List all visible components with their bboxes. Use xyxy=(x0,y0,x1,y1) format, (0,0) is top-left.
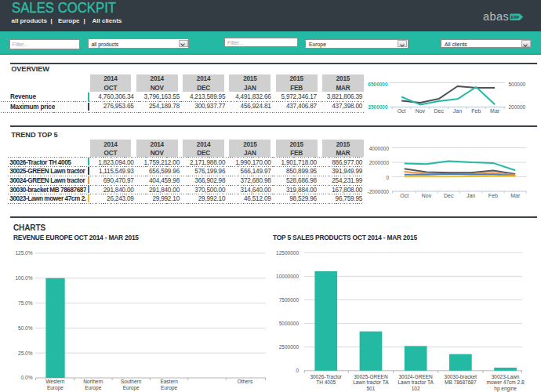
svg-text:mower 47cm 2.8: mower 47cm 2.8 xyxy=(487,379,525,385)
svg-text:2000000: 2000000 xyxy=(369,160,390,165)
svg-text:50.0%: 50.0% xyxy=(18,325,33,331)
svg-text:Jan: Jan xyxy=(453,108,462,114)
svg-text:3500000: 3500000 xyxy=(368,104,388,110)
svg-text:Mar: Mar xyxy=(490,108,500,114)
svg-text:102: 102 xyxy=(412,386,420,391)
svg-text:Nov: Nov xyxy=(422,193,432,198)
svg-text:Northern: Northern xyxy=(83,379,103,384)
svg-text:0: 0 xyxy=(386,175,389,180)
svg-text:-2000000: -2000000 xyxy=(368,189,390,194)
svg-text:Oct: Oct xyxy=(400,193,408,198)
svg-text:Feb: Feb xyxy=(488,193,498,198)
svg-text:10000000: 10000000 xyxy=(276,274,299,279)
svg-text:ERP: ERP xyxy=(510,15,519,20)
svg-text:Dec: Dec xyxy=(444,193,454,198)
svg-text:30030-bracket: 30030-bracket xyxy=(445,374,477,379)
svg-text:30024-GREEN: 30024-GREEN xyxy=(398,374,433,379)
svg-text:12500000: 12500000 xyxy=(276,250,299,256)
svg-text:hp engine: hp engine xyxy=(494,386,517,392)
svg-text:5000000: 5000000 xyxy=(279,321,300,326)
svg-text:500000: 500000 xyxy=(509,82,526,87)
svg-text:2500000: 2500000 xyxy=(279,344,300,350)
svg-text:501: 501 xyxy=(366,386,375,391)
svg-text:7500000: 7500000 xyxy=(279,297,300,303)
svg-text:MB 78687687: MB 78687687 xyxy=(445,379,477,385)
svg-text:Jan: Jan xyxy=(467,193,475,198)
svg-text:Dec: Dec xyxy=(434,108,444,114)
svg-text:Europe: Europe xyxy=(123,385,140,391)
svg-text:TH 4005: TH 4005 xyxy=(316,379,336,385)
svg-text:Europe: Europe xyxy=(47,385,64,391)
svg-text:0: 0 xyxy=(296,368,299,373)
svg-text:30023-Lawn: 30023-Lawn xyxy=(492,374,520,379)
svg-text:125.0%: 125.0% xyxy=(15,250,32,256)
svg-text:Eastern: Eastern xyxy=(160,379,178,384)
svg-text:75.0%: 75.0% xyxy=(18,300,33,306)
svg-text:Southern: Southern xyxy=(121,379,142,384)
svg-text:30026-Tractor: 30026-Tractor xyxy=(310,374,342,379)
svg-text:4000000: 4000000 xyxy=(369,146,390,151)
svg-text:Lawn tractor TA: Lawn tractor TA xyxy=(353,379,389,385)
svg-text:Nov: Nov xyxy=(416,108,426,114)
svg-text:Europe: Europe xyxy=(161,385,177,391)
svg-text:6500000: 6500000 xyxy=(368,82,388,87)
svg-text:0.0%: 0.0% xyxy=(21,375,33,380)
svg-text:200000: 200000 xyxy=(509,104,526,110)
svg-text:100.0%: 100.0% xyxy=(15,275,32,281)
svg-text:Europe: Europe xyxy=(85,385,101,391)
svg-text:Mar: Mar xyxy=(510,193,521,198)
svg-text:Western: Western xyxy=(45,379,64,384)
svg-text:Others: Others xyxy=(238,379,253,384)
svg-text:25.0%: 25.0% xyxy=(18,350,33,356)
svg-text:Lawn tractor TA: Lawn tractor TA xyxy=(398,379,434,385)
svg-text:Oct: Oct xyxy=(398,108,406,114)
svg-text:Feb: Feb xyxy=(471,108,481,114)
svg-text:30025-GREEN: 30025-GREEN xyxy=(354,374,388,379)
